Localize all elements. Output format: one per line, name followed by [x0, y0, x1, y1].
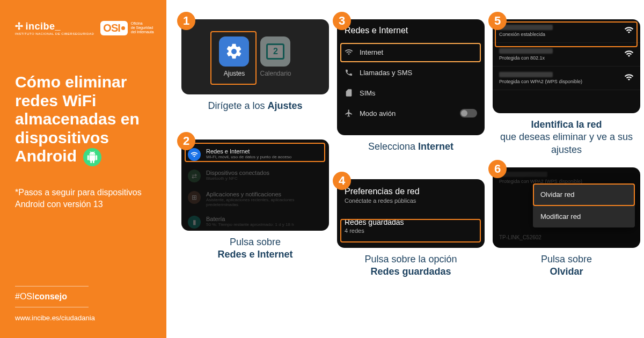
logo-osi-sub: Oficina de Seguridad del Internauta: [131, 21, 154, 34]
wifi-signal-icon: [624, 25, 634, 36]
devices-icon: ⇄: [188, 170, 201, 182]
menu-row: Modo avión: [337, 103, 485, 123]
screenshot-6: Protegida con WPA2 (WPS disponible) Olvi…: [493, 167, 640, 248]
context-menu: Olvidar red Modificar red: [533, 183, 635, 227]
screenshot-3: Redes e Internet Internet Llamadas y SMS…: [337, 19, 485, 135]
wifi-signal-icon: [624, 72, 634, 84]
menu-item-modify: Modificar red: [533, 205, 635, 227]
step-6: 6 Protegida con WPA2 (WPS disponible) Ol…: [493, 167, 640, 278]
settings-row: ⊞ Aplicaciones y notificacionesAsistente…: [186, 187, 325, 211]
caption-4: Pulsa sobre la opciónRedes guardadas: [337, 253, 485, 278]
caption-6: Pulsa sobreOlvidar: [493, 253, 640, 278]
step-number: 1: [177, 12, 195, 30]
wifi-row: Protegida con WPA2 (WPS disponible): [493, 67, 640, 90]
sidebar: ✢incibe_ INSTITUTO NACIONAL DE CIBERSEGU…: [0, 0, 166, 338]
app-label: Ajustes: [224, 70, 245, 77]
menu-row: SIMs: [337, 83, 485, 103]
phone-icon: [345, 68, 353, 77]
wifi-row: Conexión establecida: [493, 19, 640, 43]
step-4: 4 Preferencias de red Conéctate a redes …: [337, 179, 485, 278]
pref-title: Preferencias de red: [345, 187, 477, 196]
step-number: 3: [333, 12, 351, 30]
step-number: 4: [333, 172, 351, 190]
logos: ✢incibe_ INSTITUTO NACIONAL DE CIBERSEGU…: [15, 20, 155, 35]
settings-row: ▮ Batería50 %: Tiempo restante aproximad…: [186, 211, 325, 231]
screenshot-4: Preferencias de red Conéctate a redes pú…: [337, 179, 485, 248]
settings-row: ⇄ Dispositivos conectadosBluetooth y NFC: [186, 165, 325, 187]
title: Cómo eliminar redes WiFi almacenadas en …: [15, 73, 155, 166]
subtitle: *Pasos a seguir para dispositivos Androi…: [15, 187, 155, 210]
logo-osi-badge: OSI: [100, 21, 127, 35]
android-icon: [83, 148, 101, 166]
hashtag: #OSIconsejo: [15, 286, 89, 307]
wifi-row: Protegida con 802.1x: [493, 43, 640, 67]
step-number: 5: [488, 12, 507, 30]
wifi-icon: [188, 148, 201, 161]
background-row: TP-LINK_C52602: [493, 230, 548, 245]
infographic: ✢incibe_ INSTITUTO NACIONAL DE CIBERSEGU…: [0, 0, 644, 338]
gear-icon: [219, 36, 249, 67]
caption-5: Identifica la redque deseas eliminar y v…: [493, 119, 640, 156]
airplane-icon: [345, 109, 353, 117]
url: www.incibe.es/ciudadania: [15, 314, 155, 322]
screenshot-2: Redes e InternetWi-Fi, móvil, uso de dat…: [181, 139, 329, 231]
step-1: 1 Ajustes 2 Calendario Dirígete a los Aj…: [181, 19, 329, 112]
apps-icon: ⊞: [188, 191, 201, 204]
caption-3: Selecciona Internet: [337, 141, 485, 153]
pref-sub: Conéctate a redes públicas: [345, 197, 477, 204]
logo-osi: OSI Oficina de Seguridad del Internauta: [100, 21, 153, 35]
step-2: 2 Redes e InternetWi-Fi, móvil, uso de d…: [181, 139, 329, 261]
saved-sub: 4 redes: [345, 227, 477, 234]
menu-row: Llamadas y SMS: [337, 62, 485, 83]
calendar-icon: 2: [260, 36, 290, 67]
steps-grid: 1 Ajustes 2 Calendario Dirígete a los Aj…: [166, 0, 644, 338]
logo-incibe-sub: INSTITUTO NACIONAL DE CIBERSEGURIDAD: [15, 32, 94, 35]
step-number: 6: [488, 160, 507, 178]
sim-icon: [345, 89, 353, 97]
screenshot-1: Ajustes 2 Calendario: [181, 19, 329, 94]
caption-1: Dirígete a los Ajustes: [181, 100, 329, 112]
settings-row: Redes e InternetWi-Fi, móvil, uso de dat…: [186, 144, 325, 165]
wifi-signal-icon: [624, 49, 634, 60]
app-ajustes: Ajustes: [219, 36, 249, 77]
caption-2: Pulsa sobreRedes e Internet: [181, 236, 329, 261]
app-label: Calendario: [260, 70, 291, 77]
step-5: 5 Conexión establecida Protegida con 802…: [493, 19, 640, 156]
menu-row: Internet: [337, 42, 485, 62]
screen-header: Redes e Internet: [337, 19, 485, 42]
logo-incibe-text: incibe_: [26, 21, 61, 32]
saved-title: Redes guardadas: [345, 218, 477, 226]
menu-item-forget: Olvidar red: [533, 183, 635, 205]
step-number: 2: [177, 132, 195, 150]
step-3: 3 Redes e Internet Internet Llamadas y S…: [337, 19, 485, 153]
logo-incibe: ✢incibe_ INSTITUTO NACIONAL DE CIBERSEGU…: [15, 20, 94, 35]
screenshot-5: Conexión establecida Protegida con 802.1…: [493, 19, 640, 113]
toggle: [460, 109, 477, 117]
battery-icon: ▮: [188, 216, 201, 229]
app-calendario: 2 Calendario: [260, 36, 291, 77]
wifi-icon: [345, 48, 353, 56]
